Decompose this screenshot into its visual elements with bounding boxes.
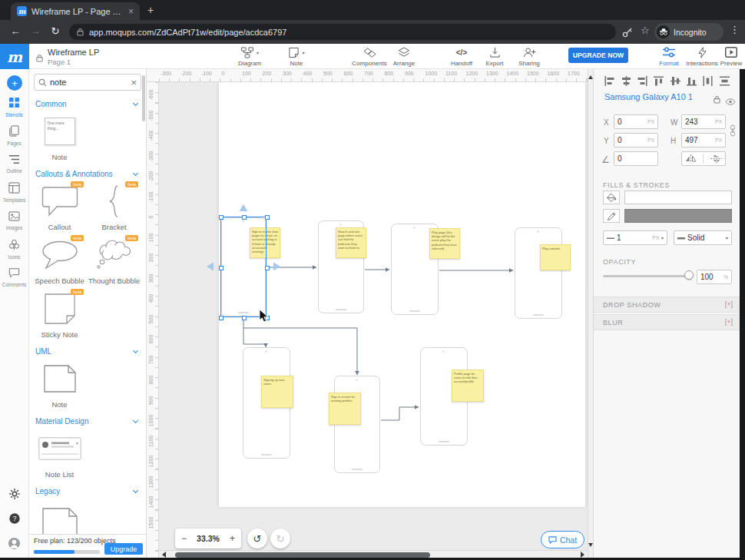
address-bar[interactable]: app.moqups.com/ZdCAdPt71w/edit/page/acdc…	[69, 24, 616, 40]
selection-box[interactable]	[220, 217, 267, 317]
stroke-swatch[interactable]	[624, 209, 732, 223]
height-field[interactable]: 497PX	[681, 133, 726, 147]
sidebar-item-outline[interactable]: Outline	[0, 154, 28, 174]
sidebar-item-stencils[interactable]: Stencils	[0, 97, 28, 118]
align-bottom-icon[interactable]	[687, 76, 697, 86]
selection-handle[interactable]	[219, 215, 224, 220]
connector-line[interactable]	[243, 316, 266, 347]
flip-vertical-icon[interactable]	[710, 154, 722, 163]
zoom-in-button[interactable]: +	[230, 533, 235, 544]
link-dimensions-icon[interactable]	[729, 120, 737, 144]
stencil-item[interactable]: betaThought Bubble	[87, 234, 141, 287]
chat-button[interactable]: Chat	[541, 531, 584, 548]
upgrade-button[interactable]: Upgrade	[104, 543, 143, 555]
sticky-note[interactable]: Play page (this design will let the user…	[429, 228, 460, 259]
eye-icon[interactable]	[725, 94, 736, 108]
clear-search-icon[interactable]: ×	[131, 78, 137, 88]
redo-button[interactable]: ↻	[270, 529, 290, 548]
tool-format[interactable]: Format	[654, 46, 684, 67]
stencil-item[interactable]: Note	[32, 357, 87, 411]
selection-handle[interactable]	[265, 266, 270, 270]
new-tab-button[interactable]: +	[147, 5, 154, 15]
canvas[interactable]: Sign in screen (two pages to create an a…	[159, 82, 588, 558]
selection-handle[interactable]	[265, 316, 270, 320]
help-button[interactable]: ?	[0, 512, 28, 528]
sidebar-item-pages[interactable]: Pages	[0, 125, 28, 146]
lock-icon[interactable]	[714, 93, 720, 107]
stroke-width-dropdown[interactable]: 1 PX ▾	[603, 230, 667, 245]
sticky-note[interactable]: Sign in screen for existing profiles	[329, 393, 361, 425]
align-right-icon[interactable]	[637, 76, 647, 86]
selection-handle[interactable]	[242, 215, 247, 220]
zoom-level[interactable]: 33.3%	[197, 534, 220, 543]
project-title[interactable]: Wireframe LP	[48, 48, 99, 57]
tool-note[interactable]: ▾ Note	[275, 46, 318, 67]
selection-handle[interactable]	[265, 215, 270, 220]
tab-close-icon[interactable]: ×	[128, 7, 134, 16]
phone-frame[interactable]	[515, 227, 562, 319]
page-name[interactable]: Page 1	[48, 58, 71, 66]
bookmark-star-icon[interactable]: ☆	[641, 25, 650, 36]
stroke-style-dropdown[interactable]: Solid ▾	[674, 230, 732, 245]
selection-handle[interactable]	[219, 266, 224, 270]
stencil-section-header[interactable]: Common	[35, 100, 140, 108]
align-top-icon[interactable]	[654, 76, 664, 86]
tool-arrange[interactable]: Arrange	[382, 46, 425, 67]
key-icon[interactable]	[622, 27, 633, 41]
connector-line[interactable]	[381, 407, 419, 420]
stencil-section-header[interactable]: Legacy	[35, 487, 140, 495]
selection-handle[interactable]	[242, 316, 247, 320]
stencil-item[interactable]	[32, 497, 87, 534]
upgrade-now-button[interactable]: UPGRADE NOW	[568, 48, 628, 63]
drop-shadow-section[interactable]: DROP SHADOW [+]	[594, 297, 740, 313]
fill-color-button[interactable]	[603, 191, 620, 204]
blur-section[interactable]: BLUR [+]	[594, 314, 740, 330]
sidebar-item-images[interactable]: Images	[0, 210, 28, 230]
user-avatar[interactable]	[0, 537, 28, 553]
flip-horizontal-icon[interactable]	[685, 154, 697, 163]
browser-menu-icon[interactable]: ⋮	[730, 24, 740, 35]
x-field[interactable]: 0PX	[614, 114, 658, 129]
stencil-section-header[interactable]: Callouts & Annotations	[35, 170, 140, 178]
reload-button[interactable]: ↻	[48, 25, 63, 37]
sticky-note[interactable]: Play controls	[540, 244, 571, 270]
opacity-slider[interactable]	[603, 275, 689, 277]
align-left-icon[interactable]	[604, 76, 614, 86]
tool-diagram[interactable]: ▾ Diagram	[228, 46, 271, 67]
undo-button[interactable]: ↺	[247, 529, 267, 548]
stencil-item[interactable]: betaCallout	[32, 180, 87, 234]
add-button[interactable]: +	[7, 75, 22, 91]
distribute-vertical-icon[interactable]	[720, 76, 730, 86]
sticky-note[interactable]: Signing up new users	[261, 376, 293, 408]
zoom-out-button[interactable]: −	[181, 533, 187, 544]
browser-tab[interactable]: m Wireframe LP - Page 1 · Moqups ×	[11, 2, 140, 20]
distribute-horizontal-icon[interactable]	[703, 76, 713, 86]
sticky-note[interactable]: Profile page for users to edit their acc…	[452, 369, 484, 402]
stencil-item[interactable]: One more thing...Note	[32, 110, 87, 164]
selected-element-name[interactable]: Samsung Galaxy A10 1	[604, 92, 693, 101]
selection-handle[interactable]	[219, 316, 224, 320]
incognito-badge[interactable]: Incognito	[654, 23, 723, 41]
canvas-vertical-scrollbar[interactable]	[588, 69, 593, 558]
stencil-item[interactable]: betaBracket	[87, 180, 141, 234]
align-center-icon[interactable]	[621, 76, 631, 86]
stencil-section-header[interactable]: Material Design	[35, 417, 140, 426]
rotation-field[interactable]: 0	[614, 151, 658, 166]
fill-swatch[interactable]	[624, 191, 732, 204]
opacity-field[interactable]: 100%	[697, 270, 732, 284]
tool-interactions[interactable]: Interactions	[685, 46, 719, 67]
settings-button[interactable]	[0, 488, 28, 503]
sidebar-item-comments[interactable]: Comments	[0, 267, 28, 287]
expand-drop-shadow[interactable]: [+]	[725, 300, 733, 308]
stencil-search[interactable]: ×	[34, 74, 141, 91]
tool-sharing[interactable]: Sharing	[508, 46, 551, 67]
stencil-item[interactable]: Note List	[32, 427, 87, 481]
y-field[interactable]: 0PX	[614, 133, 658, 147]
stroke-color-button[interactable]	[603, 209, 620, 223]
opacity-slider-handle[interactable]	[684, 270, 694, 280]
sidebar-item-icons[interactable]: Icons	[0, 239, 28, 260]
stencil-section-header[interactable]: UML	[35, 347, 140, 356]
forward-button[interactable]: →	[28, 25, 43, 37]
sidebar-item-templates[interactable]: Templates	[0, 182, 28, 203]
stencil-item[interactable]: betaSpeech Bubble	[32, 234, 87, 287]
